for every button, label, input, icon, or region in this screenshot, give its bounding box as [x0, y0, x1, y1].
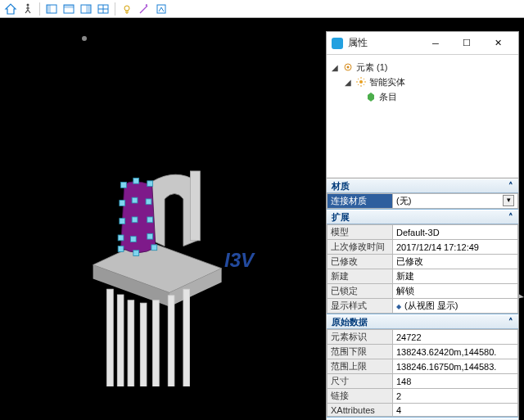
prop-xattr-value[interactable]: 4	[393, 404, 518, 417]
section-material: 材质˄ 连接材质 (无)▾	[327, 178, 518, 210]
minimize-button[interactable]: ─	[420, 32, 451, 54]
prop-size-value[interactable]: 148	[393, 374, 518, 389]
section-material-header[interactable]: 材质˄	[327, 178, 518, 193]
collapse-icon: ˄	[508, 317, 513, 327]
svg-rect-35	[118, 246, 124, 252]
svg-rect-21	[183, 289, 190, 386]
prop-locked-value[interactable]: 解锁	[393, 284, 518, 299]
svg-rect-32	[118, 235, 124, 241]
prop-rhigh-key: 范围上限	[328, 359, 393, 374]
svg-rect-6	[86, 5, 91, 13]
toolbar-view2-icon[interactable]	[61, 2, 76, 16]
svg-line-55	[364, 79, 364, 79]
prop-model-value[interactable]: Default-3D	[393, 225, 518, 240]
svg-rect-19	[153, 300, 160, 386]
prop-link-material-value[interactable]: (无)▾	[393, 194, 518, 209]
prop-new-value[interactable]: 新建	[393, 269, 518, 284]
svg-line-53	[364, 84, 364, 85]
tree-root-label[interactable]: 元素 (1)	[356, 61, 388, 74]
svg-rect-22	[190, 171, 200, 241]
svg-point-47	[359, 80, 363, 84]
section-rawdata: 原始数据˄ 元素标识24722 范围下限138243.62420m,144580…	[327, 314, 518, 418]
toolbar-wand-icon[interactable]	[137, 2, 151, 16]
prop-elemid-key: 元素标识	[328, 330, 393, 345]
tree-expand-icon[interactable]: ◢	[330, 63, 340, 72]
svg-rect-2	[47, 5, 51, 13]
top-toolbar	[0, 0, 524, 18]
svg-rect-16	[117, 295, 124, 386]
svg-rect-33	[130, 237, 136, 242]
prop-model-key: 模型	[328, 225, 393, 240]
svg-rect-26	[120, 201, 125, 206]
panel-icon	[332, 38, 343, 49]
prop-size-key: 尺寸	[328, 374, 393, 389]
model-render	[74, 157, 237, 386]
element-tree[interactable]: ◢ 元素 (1) ◢ 智能实体 条目	[327, 55, 518, 178]
tree-item-label[interactable]: 条目	[379, 91, 397, 103]
prop-modified-key: 已修改	[328, 255, 393, 269]
svg-rect-31	[147, 217, 153, 223]
tree-smart-label[interactable]: 智能实体	[369, 76, 405, 88]
svg-rect-20	[168, 296, 174, 386]
svg-rect-15	[107, 289, 114, 386]
toolbar-view3-icon[interactable]	[79, 2, 93, 16]
prop-display-key: 显示样式	[328, 299, 393, 314]
toolbar-bulb-icon[interactable]	[120, 2, 134, 16]
toolbar-home-icon[interactable]	[3, 2, 18, 16]
element-group-icon	[343, 62, 353, 72]
toolbar-last-icon[interactable]	[154, 2, 169, 16]
prop-rhigh-value[interactable]: 138246.16750m,144583.	[393, 359, 518, 374]
prop-modtime-key: 上次修改时间	[328, 240, 393, 255]
toolbar-view4-icon[interactable]	[96, 2, 111, 16]
svg-rect-27	[132, 197, 138, 203]
svg-rect-36	[133, 251, 139, 256]
item-icon	[366, 92, 376, 102]
prop-new-key: 新建	[328, 269, 393, 284]
maximize-button[interactable]: ☐	[451, 32, 482, 54]
prop-link-material-key[interactable]: 连接材质	[328, 194, 393, 209]
close-button[interactable]: ✕	[482, 32, 513, 54]
svg-rect-29	[120, 219, 125, 224]
prop-locked-key: 已锁定	[328, 284, 393, 299]
section-rawdata-header[interactable]: 原始数据˄	[327, 314, 518, 329]
svg-rect-17	[128, 300, 134, 386]
prop-modtime-value[interactable]: 2017/12/14 17:12:49	[393, 240, 518, 255]
toolbar-view1-icon[interactable]	[44, 2, 59, 16]
tree-expand-icon[interactable]: ◢	[343, 78, 353, 87]
svg-line-54	[358, 84, 359, 85]
svg-point-0	[27, 3, 29, 6]
prop-links-key: 链接	[328, 389, 393, 404]
section-extended: 扩展˄ 模型Default-3D 上次修改时间2017/12/14 17:12:…	[327, 210, 518, 314]
svg-rect-4	[64, 5, 74, 8]
toolbar-walk-icon[interactable]	[20, 2, 35, 16]
panel-title: 属性	[348, 36, 420, 50]
svg-rect-30	[132, 217, 138, 223]
prop-xattr-key: XAttributes	[328, 404, 393, 417]
prop-rlow-value[interactable]: 138243.62420m,144580.	[393, 345, 518, 359]
svg-point-10	[124, 6, 129, 11]
properties-panel: 属性 ─ ☐ ✕ ◢ 元素 (1) ◢ 智能实体 条目 材质˄ 连接材质 (无)…	[326, 31, 519, 420]
section-extended-header[interactable]: 扩展˄	[327, 210, 518, 224]
sun-icon	[356, 77, 366, 87]
dropdown-icon[interactable]: ▾	[503, 195, 514, 206]
svg-line-52	[358, 79, 359, 79]
svg-rect-34	[147, 233, 153, 239]
panel-titlebar[interactable]: 属性 ─ ☐ ✕	[327, 32, 518, 55]
prop-links-value[interactable]: 2	[393, 389, 518, 404]
svg-rect-37	[151, 245, 157, 251]
svg-rect-23	[121, 183, 127, 188]
svg-rect-11	[157, 5, 165, 13]
property-grid-scroll[interactable]: 材质˄ 连接材质 (无)▾ 扩展˄ 模型Default-3D 上次修改时间201…	[327, 178, 518, 420]
svg-rect-28	[146, 199, 151, 205]
svg-rect-25	[147, 181, 153, 187]
prop-elemid-value[interactable]: 24722	[393, 330, 518, 345]
prop-rlow-key: 范围下限	[328, 345, 393, 359]
prop-display-value[interactable]: ◆(从视图 显示)	[393, 299, 518, 314]
svg-rect-24	[133, 178, 139, 183]
svg-point-46	[347, 66, 350, 69]
svg-rect-18	[140, 303, 147, 386]
viewport-dot	[82, 36, 87, 41]
collapse-icon: ˄	[508, 181, 513, 192]
prop-modified-value[interactable]: 已修改	[393, 255, 518, 269]
collapse-icon: ˄	[508, 212, 513, 223]
